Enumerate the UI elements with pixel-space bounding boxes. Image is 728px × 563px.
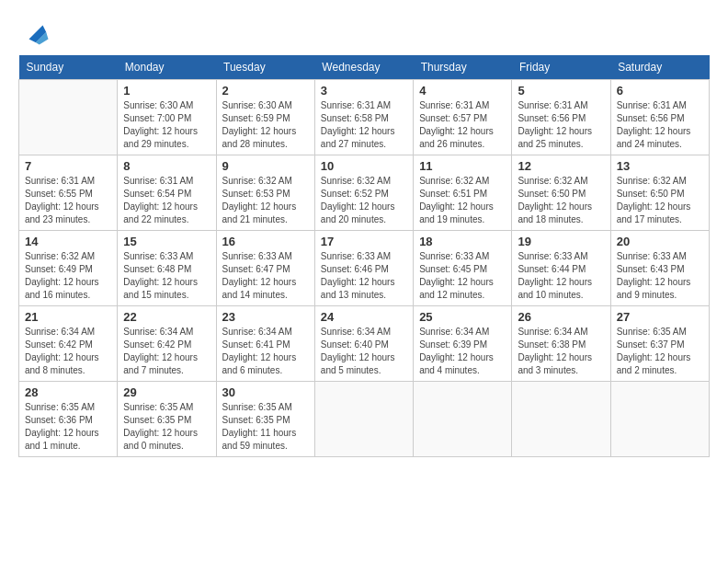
calendar-cell: 24Sunrise: 6:34 AM Sunset: 6:40 PM Dayli… (314, 306, 413, 382)
day-number: 17 (321, 235, 407, 248)
day-number: 11 (419, 159, 506, 173)
calendar-cell: 5Sunrise: 6:31 AM Sunset: 6:56 PM Daylig… (512, 80, 610, 155)
day-info: Sunrise: 6:33 AM Sunset: 6:47 PM Dayligh… (222, 250, 309, 302)
day-number: 7 (25, 159, 111, 173)
day-number: 18 (419, 235, 506, 248)
day-info: Sunrise: 6:35 AM Sunset: 6:36 PM Dayligh… (25, 401, 111, 453)
page-header (18, 18, 710, 46)
calendar-cell (314, 382, 413, 457)
calendar-header-row: SundayMondayTuesdayWednesdayThursdayFrid… (19, 55, 710, 80)
calendar-cell (19, 80, 118, 155)
day-info: Sunrise: 6:33 AM Sunset: 6:44 PM Dayligh… (518, 250, 604, 302)
calendar-cell: 16Sunrise: 6:33 AM Sunset: 6:47 PM Dayli… (216, 231, 314, 306)
day-info: Sunrise: 6:31 AM Sunset: 6:58 PM Dayligh… (321, 99, 407, 151)
day-number: 24 (321, 310, 407, 324)
day-info: Sunrise: 6:33 AM Sunset: 6:43 PM Dayligh… (617, 250, 703, 302)
day-number: 29 (123, 385, 210, 399)
day-number: 12 (518, 159, 604, 173)
calendar-cell: 20Sunrise: 6:33 AM Sunset: 6:43 PM Dayli… (610, 231, 709, 306)
calendar-cell: 9Sunrise: 6:32 AM Sunset: 6:53 PM Daylig… (216, 155, 314, 231)
day-info: Sunrise: 6:30 AM Sunset: 7:00 PM Dayligh… (123, 99, 210, 151)
day-number: 5 (518, 84, 604, 98)
calendar-cell: 27Sunrise: 6:35 AM Sunset: 6:37 PM Dayli… (610, 306, 709, 382)
calendar-cell: 7Sunrise: 6:31 AM Sunset: 6:55 PM Daylig… (19, 155, 118, 231)
day-number: 23 (222, 310, 309, 324)
day-info: Sunrise: 6:34 AM Sunset: 6:42 PM Dayligh… (25, 326, 111, 377)
day-info: Sunrise: 6:33 AM Sunset: 6:48 PM Dayligh… (123, 250, 210, 302)
calendar-cell: 29Sunrise: 6:35 AM Sunset: 6:35 PM Dayli… (118, 382, 216, 457)
calendar-cell: 26Sunrise: 6:34 AM Sunset: 6:38 PM Dayli… (512, 306, 610, 382)
calendar-cell: 19Sunrise: 6:33 AM Sunset: 6:44 PM Dayli… (512, 231, 610, 306)
day-info: Sunrise: 6:35 AM Sunset: 6:35 PM Dayligh… (222, 401, 309, 453)
calendar-cell: 8Sunrise: 6:31 AM Sunset: 6:54 PM Daylig… (118, 155, 216, 231)
day-number: 15 (123, 235, 210, 248)
calendar-header-friday: Friday (512, 55, 610, 80)
calendar-table: SundayMondayTuesdayWednesdayThursdayFrid… (18, 55, 710, 457)
calendar-cell: 23Sunrise: 6:34 AM Sunset: 6:41 PM Dayli… (216, 306, 314, 382)
day-info: Sunrise: 6:30 AM Sunset: 6:59 PM Dayligh… (222, 99, 309, 151)
day-info: Sunrise: 6:33 AM Sunset: 6:45 PM Dayligh… (419, 250, 506, 302)
calendar-week-5: 28Sunrise: 6:35 AM Sunset: 6:36 PM Dayli… (19, 382, 710, 457)
day-number: 16 (222, 235, 309, 248)
day-number: 22 (123, 310, 210, 324)
day-number: 28 (25, 385, 111, 399)
day-number: 3 (321, 84, 407, 98)
calendar-cell: 18Sunrise: 6:33 AM Sunset: 6:45 PM Dayli… (414, 231, 512, 306)
calendar-header-thursday: Thursday (414, 55, 512, 80)
day-number: 1 (123, 84, 210, 98)
calendar-cell: 3Sunrise: 6:31 AM Sunset: 6:58 PM Daylig… (314, 80, 413, 155)
calendar-cell: 28Sunrise: 6:35 AM Sunset: 6:36 PM Dayli… (19, 382, 118, 457)
calendar-header-tuesday: Tuesday (216, 55, 314, 80)
day-number: 14 (25, 235, 111, 248)
calendar-cell: 2Sunrise: 6:30 AM Sunset: 6:59 PM Daylig… (216, 80, 314, 155)
calendar-cell: 22Sunrise: 6:34 AM Sunset: 6:42 PM Dayli… (118, 306, 216, 382)
day-info: Sunrise: 6:31 AM Sunset: 6:56 PM Dayligh… (518, 99, 604, 151)
calendar-cell: 25Sunrise: 6:34 AM Sunset: 6:39 PM Dayli… (414, 306, 512, 382)
day-info: Sunrise: 6:31 AM Sunset: 6:57 PM Dayligh… (419, 99, 506, 151)
day-info: Sunrise: 6:31 AM Sunset: 6:56 PM Dayligh… (617, 99, 703, 151)
day-info: Sunrise: 6:35 AM Sunset: 6:37 PM Dayligh… (617, 326, 703, 377)
calendar-header-saturday: Saturday (610, 55, 709, 80)
calendar-cell: 11Sunrise: 6:32 AM Sunset: 6:51 PM Dayli… (414, 155, 512, 231)
day-info: Sunrise: 6:31 AM Sunset: 6:55 PM Dayligh… (25, 175, 111, 226)
day-info: Sunrise: 6:33 AM Sunset: 6:46 PM Dayligh… (321, 250, 407, 302)
calendar-cell: 10Sunrise: 6:32 AM Sunset: 6:52 PM Dayli… (314, 155, 413, 231)
day-info: Sunrise: 6:32 AM Sunset: 6:50 PM Dayligh… (518, 175, 604, 226)
calendar-cell: 1Sunrise: 6:30 AM Sunset: 7:00 PM Daylig… (118, 80, 216, 155)
day-number: 2 (222, 84, 309, 98)
day-number: 8 (123, 159, 210, 173)
day-number: 26 (518, 310, 604, 324)
calendar-cell: 14Sunrise: 6:32 AM Sunset: 6:49 PM Dayli… (19, 231, 118, 306)
day-number: 20 (617, 235, 703, 248)
calendar-cell: 4Sunrise: 6:31 AM Sunset: 6:57 PM Daylig… (414, 80, 512, 155)
day-info: Sunrise: 6:34 AM Sunset: 6:41 PM Dayligh… (222, 326, 309, 377)
calendar-cell: 6Sunrise: 6:31 AM Sunset: 6:56 PM Daylig… (610, 80, 709, 155)
day-info: Sunrise: 6:34 AM Sunset: 6:39 PM Dayligh… (419, 326, 506, 377)
day-number: 9 (222, 159, 309, 173)
calendar-header-sunday: Sunday (19, 55, 118, 80)
day-number: 4 (419, 84, 506, 98)
logo-icon (22, 18, 50, 46)
day-number: 30 (222, 385, 309, 399)
calendar-week-2: 7Sunrise: 6:31 AM Sunset: 6:55 PM Daylig… (19, 155, 710, 231)
calendar-cell: 15Sunrise: 6:33 AM Sunset: 6:48 PM Dayli… (118, 231, 216, 306)
day-info: Sunrise: 6:31 AM Sunset: 6:54 PM Dayligh… (123, 175, 210, 226)
calendar-cell: 30Sunrise: 6:35 AM Sunset: 6:35 PM Dayli… (216, 382, 314, 457)
day-info: Sunrise: 6:34 AM Sunset: 6:40 PM Dayligh… (321, 326, 407, 377)
logo (18, 18, 50, 46)
calendar-cell: 21Sunrise: 6:34 AM Sunset: 6:42 PM Dayli… (19, 306, 118, 382)
calendar-week-4: 21Sunrise: 6:34 AM Sunset: 6:42 PM Dayli… (19, 306, 710, 382)
calendar-week-3: 14Sunrise: 6:32 AM Sunset: 6:49 PM Dayli… (19, 231, 710, 306)
calendar-header-monday: Monday (118, 55, 216, 80)
calendar-week-1: 1Sunrise: 6:30 AM Sunset: 7:00 PM Daylig… (19, 80, 710, 155)
day-number: 13 (617, 159, 703, 173)
calendar-cell (610, 382, 709, 457)
day-number: 21 (25, 310, 111, 324)
day-info: Sunrise: 6:34 AM Sunset: 6:42 PM Dayligh… (123, 326, 210, 377)
day-info: Sunrise: 6:32 AM Sunset: 6:52 PM Dayligh… (321, 175, 407, 226)
calendar-cell (512, 382, 610, 457)
calendar-cell: 12Sunrise: 6:32 AM Sunset: 6:50 PM Dayli… (512, 155, 610, 231)
day-info: Sunrise: 6:32 AM Sunset: 6:49 PM Dayligh… (25, 250, 111, 302)
day-info: Sunrise: 6:32 AM Sunset: 6:53 PM Dayligh… (222, 175, 309, 226)
day-info: Sunrise: 6:32 AM Sunset: 6:51 PM Dayligh… (419, 175, 506, 226)
